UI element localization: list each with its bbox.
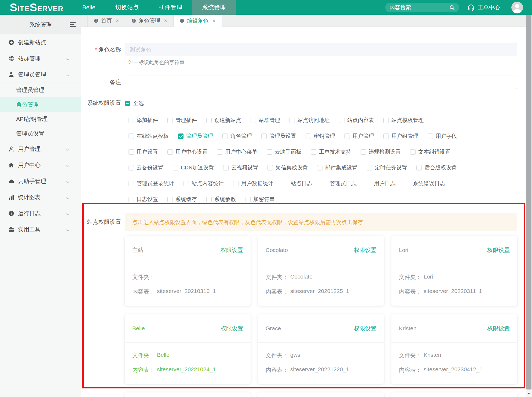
close-icon[interactable]: × <box>116 18 119 24</box>
sidebar-item-admin-management[interactable]: 管理员管理 <box>0 66 81 83</box>
permission-checkbox[interactable]: 用户组管理 <box>383 132 418 140</box>
permission-checkbox[interactable]: 在线站点模板 <box>129 132 169 140</box>
permission-checkbox[interactable]: 管理员日志 <box>322 180 357 187</box>
permission-settings-link[interactable]: 权限设置 <box>221 325 243 332</box>
permission-checkbox[interactable]: 角色管理 <box>222 132 252 140</box>
note-input[interactable] <box>125 76 517 89</box>
permission-checkbox[interactable]: 云备份设置 <box>129 164 163 171</box>
permission-checkbox[interactable]: 管理员登录统计 <box>129 180 174 187</box>
sidebar-subitem-admin-settings[interactable]: 管理员设置 <box>0 126 81 141</box>
site-card-lori[interactable]: Lori权限设置 文件夹：Lori 内容表：siteserver_2022031… <box>391 236 517 306</box>
scroll-down-icon: ▼ <box>527 392 531 395</box>
role-name-input[interactable] <box>125 43 517 56</box>
ticket-center-button[interactable]: 工单中心 <box>467 0 500 15</box>
site-card-grace[interactable]: Grace权限设置 文件夹：gws 内容表：siteserver_2022122… <box>258 314 384 384</box>
tab-edit-role[interactable]: 编辑角色 × <box>174 15 222 27</box>
scroll-down-button[interactable]: ▼ <box>526 390 532 397</box>
sidebar-item-label: 管理员管理 <box>18 71 46 78</box>
note-label: 备注 <box>81 76 125 89</box>
permission-checkbox[interactable]: 系统参数 <box>206 196 236 203</box>
permission-checkbox[interactable]: 云视频设置 <box>223 164 258 171</box>
permission-checkbox[interactable]: 用户数据统计 <box>233 180 273 187</box>
site-card-partial[interactable]: 权限设置 <box>125 392 251 397</box>
permission-checkbox[interactable]: 邮件集成设置 <box>317 164 357 171</box>
permission-settings-link[interactable]: 权限设置 <box>487 246 510 254</box>
permission-checkbox[interactable]: 站点访问地址 <box>289 117 330 124</box>
permission-checkbox[interactable]: 违规检测设置 <box>361 148 401 155</box>
tab-home[interactable]: 首页 × <box>87 15 125 27</box>
permission-checkbox[interactable]: 添加插件 <box>129 117 158 124</box>
site-card-partial[interactable]: 权限设置 <box>258 392 384 397</box>
permission-settings-link[interactable]: 权限设置 <box>354 325 376 332</box>
permission-checkbox[interactable]: 用户管理 <box>344 132 374 140</box>
sidebar-item-create-site[interactable]: 创建新站点 <box>0 34 81 50</box>
permission-checkbox[interactable]: 工单技术支持 <box>311 148 351 155</box>
site-card-main[interactable]: 主站权限设置 文件夹： 内容表：siteserver_20210310_1 <box>125 236 251 306</box>
select-all-checkbox[interactable]: 全选 <box>125 100 144 107</box>
site-card-cocolato[interactable]: Cocolato权限设置 文件夹：Cocolato 内容表：siteserver… <box>258 236 384 306</box>
search-icon[interactable] <box>449 5 455 10</box>
system-permissions-label: 系统权限设置 <box>81 100 125 106</box>
sidebar-subitem-admin-management[interactable]: 管理员管理 <box>0 83 81 97</box>
chevron-down-icon <box>66 163 70 169</box>
permission-checkbox[interactable]: 短信集成设置 <box>267 164 308 171</box>
permission-checkbox[interactable]: 定时任务设置 <box>367 164 407 171</box>
permission-checkbox[interactable]: 文本纠错设置 <box>410 148 450 155</box>
user-avatar[interactable] <box>511 2 523 13</box>
sidebar-item-site-group[interactable]: 站群管理 <box>0 50 81 66</box>
permission-checkbox[interactable]: 管理员设置 <box>261 132 296 140</box>
site-card-partial[interactable]: 权限设置 <box>391 392 517 397</box>
permission-checkbox[interactable]: 站点日志 <box>283 180 312 187</box>
sidebar-item-user-management[interactable]: 用户管理 <box>0 141 81 157</box>
chevron-down-icon <box>66 195 70 202</box>
sidebar-subitem-role-management[interactable]: 角色管理 <box>0 97 81 112</box>
permission-checkbox[interactable]: 用户设置 <box>129 148 158 155</box>
vertical-scrollbar[interactable]: ▼ <box>526 15 532 397</box>
permission-checkbox-checked[interactable]: 管理员管理 <box>178 132 213 140</box>
close-icon[interactable]: × <box>212 18 216 24</box>
permission-checkbox[interactable]: 站群管理 <box>251 117 280 124</box>
tab-role-management[interactable]: 角色管理 × <box>125 15 174 27</box>
permission-settings-link[interactable]: 权限设置 <box>221 246 243 254</box>
permission-checkbox[interactable]: 云助手面板 <box>267 148 302 155</box>
sidebar-item-cloud-assistant[interactable]: 云助手管理 <box>0 173 81 189</box>
permission-row: 用户设置 用户中心设置 用户中心菜单 云助手面板 工单技术支持 违规检测设置 文… <box>129 148 526 155</box>
sidebar-item-statistics[interactable]: 统计图表 <box>0 189 81 205</box>
site-card-kristen[interactable]: Kristen权限设置 文件夹：Kristen 内容表：siteserver_2… <box>391 314 517 384</box>
site-card-belle-granted[interactable]: Belle权限设置 文件夹：Belle 内容表：siteserver_20221… <box>125 314 251 384</box>
permission-settings-link[interactable]: 权限设置 <box>487 325 510 332</box>
user-outline-icon <box>8 146 14 152</box>
collapse-menu-icon[interactable] <box>70 22 76 28</box>
permission-checkbox[interactable]: 密钥管理 <box>306 132 335 140</box>
permission-checkbox[interactable]: 站点内容统计 <box>184 180 224 187</box>
permission-settings-link[interactable]: 权限设置 <box>354 246 376 254</box>
permission-checkbox[interactable]: 站点模板管理 <box>383 117 424 124</box>
content-search-input[interactable]: 内容搜索... <box>385 3 459 12</box>
sidebar-subitem-api-key[interactable]: API密钥管理 <box>0 112 81 126</box>
sidebar-item-user-center[interactable]: 用户中心 <box>0 157 81 173</box>
close-icon[interactable]: × <box>164 18 167 24</box>
nav-item-switch-site[interactable]: 切换站点 <box>105 0 149 15</box>
permission-checkbox[interactable]: 用户中心菜单 <box>217 148 257 155</box>
indeterminate-checkbox-icon[interactable] <box>125 101 130 106</box>
permission-checkbox[interactable]: 创建新站点 <box>206 117 241 124</box>
nav-item-plugin-management[interactable]: 插件管理 <box>149 0 192 15</box>
permission-checkbox[interactable]: 系统缓存 <box>167 196 197 203</box>
permission-checkbox[interactable]: 后台版权设置 <box>416 164 457 171</box>
permission-checkbox[interactable]: 用户日志 <box>366 180 395 187</box>
search-placeholder: 内容搜索... <box>390 4 449 11</box>
scrollbar-thumb[interactable] <box>526 15 531 389</box>
permission-checkbox[interactable]: 管理插件 <box>167 117 197 124</box>
permission-checkbox[interactable]: 系统错误日志 <box>405 180 445 187</box>
nav-item-system-management[interactable]: 系统管理 <box>192 0 236 15</box>
sidebar-item-utilities[interactable]: 实用工具 <box>0 221 81 238</box>
permission-checkbox[interactable]: CDN加速设置 <box>173 164 214 171</box>
permission-checkbox[interactable]: 日志设置 <box>129 196 158 203</box>
nav-item-belle[interactable]: Belle <box>72 0 105 15</box>
sidebar-item-label: 云助手管理 <box>18 177 46 185</box>
permission-checkbox[interactable]: 用户字段 <box>428 132 457 140</box>
permission-checkbox[interactable]: 加密符串 <box>245 196 275 203</box>
permission-checkbox[interactable]: 站点内容表 <box>339 117 374 124</box>
permission-checkbox[interactable]: 用户中心设置 <box>167 148 208 155</box>
sidebar-item-run-logs[interactable]: 运行日志 <box>0 205 81 221</box>
